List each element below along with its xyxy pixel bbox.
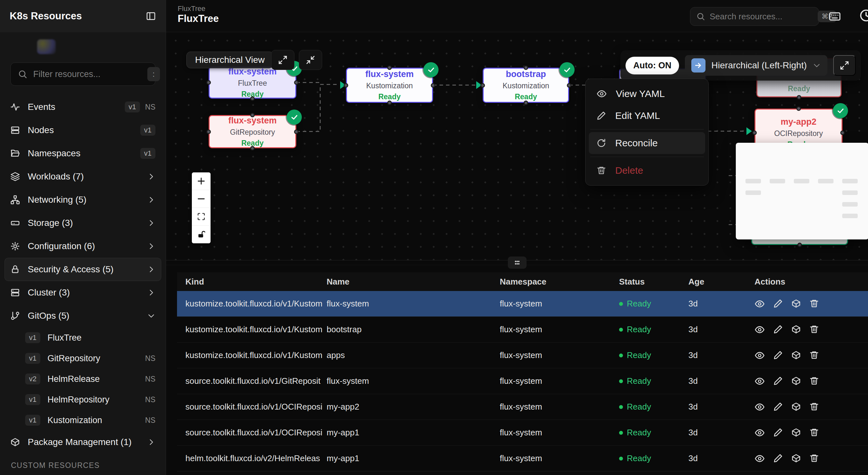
delete-button[interactable] — [809, 350, 819, 360]
table-row[interactable]: kustomize.toolkit.fluxcd.io/v1/Kustom bo… — [177, 317, 868, 343]
node-handle[interactable] — [431, 83, 435, 88]
node-handle[interactable] — [387, 65, 392, 70]
package-action-button[interactable] — [791, 376, 801, 386]
node-handle[interactable] — [344, 83, 348, 88]
delete-button[interactable] — [809, 428, 819, 438]
node-handle[interactable] — [797, 106, 801, 111]
view-yaml-button[interactable] — [754, 376, 765, 386]
package-action-button[interactable] — [791, 402, 801, 412]
zoom-out-button[interactable] — [192, 190, 211, 208]
maximize-graph-button[interactable] — [271, 50, 294, 70]
node-handle[interactable] — [524, 65, 528, 70]
node-handle[interactable] — [797, 243, 802, 247]
node-handle[interactable] — [797, 95, 801, 100]
sidebar-subitem-fluxtree[interactable]: v1 FluxTree — [4, 327, 161, 348]
node-handle[interactable] — [294, 130, 299, 134]
column-namespace[interactable]: Namespace — [500, 277, 619, 287]
context-menu-view-yaml[interactable]: View YAML — [589, 83, 705, 105]
sidebar-item-workloads[interactable]: Workloads (7) — [4, 165, 161, 188]
node-handle[interactable] — [567, 83, 571, 88]
filter-input[interactable] — [33, 69, 147, 79]
node-bootstrap-kustomization[interactable]: bootstrap Kustomization Ready — [483, 68, 569, 103]
node-handle[interactable] — [250, 113, 255, 117]
edit-yaml-button[interactable] — [773, 324, 783, 335]
view-yaml-button[interactable] — [754, 350, 765, 360]
flux-graph-canvas[interactable]: Ready flux-system FluxTree Ready flux-sy… — [166, 32, 868, 260]
context-menu-reconcile[interactable]: Reconcile — [589, 132, 705, 154]
node-flux-system-gitrepository[interactable]: flux-system GitRepository Ready — [209, 115, 296, 148]
edit-yaml-button[interactable] — [773, 350, 783, 360]
package-action-button[interactable] — [791, 299, 801, 309]
table-row[interactable]: kustomize.toolkit.fluxcd.io/v1/Kustom ap… — [177, 343, 868, 368]
package-action-button[interactable] — [791, 324, 801, 335]
sidebar-item-security-access[interactable]: Security & Access (5) — [4, 258, 161, 281]
edit-yaml-button[interactable] — [773, 453, 783, 464]
delete-button[interactable] — [809, 299, 819, 309]
table-row[interactable]: helm.toolkit.fluxcd.io/v2/HelmReleas my-… — [177, 446, 868, 471]
node-handle[interactable] — [250, 96, 255, 101]
sidebar-item-networking[interactable]: Networking (5) — [4, 188, 161, 212]
node-handle[interactable] — [387, 100, 392, 105]
row-actions — [754, 376, 868, 386]
edit-yaml-button[interactable] — [773, 376, 783, 386]
context-menu-delete[interactable]: Delete — [589, 160, 705, 182]
package-action-button[interactable] — [791, 350, 801, 360]
edit-yaml-button[interactable] — [773, 299, 783, 309]
zoom-in-button[interactable] — [192, 172, 211, 190]
table-row[interactable]: source.toolkit.fluxcd.io/v1/OCIReposi my… — [177, 420, 868, 446]
context-menu-edit-yaml[interactable]: Edit YAML — [589, 105, 705, 127]
sidebar-subitem-helmrelease[interactable]: v2 HelmRelease NS — [4, 369, 161, 389]
package-action-button[interactable] — [791, 453, 801, 464]
view-yaml-button[interactable] — [754, 453, 765, 464]
sidebar-item-namespaces[interactable]: Namespaces v1 — [4, 142, 161, 165]
view-yaml-button[interactable] — [754, 324, 765, 335]
table-row[interactable]: source.toolkit.fluxcd.io/v1/OCIReposi my… — [177, 394, 868, 420]
node-handle[interactable] — [840, 130, 845, 135]
sidebar-toggle-button[interactable] — [146, 11, 156, 21]
node-handle[interactable] — [294, 80, 299, 85]
global-search-input[interactable] — [710, 11, 818, 22]
delete-button[interactable] — [809, 324, 819, 335]
sidebar-subitem-gitrepository[interactable]: v1 GitRepository NS — [4, 348, 161, 369]
delete-button[interactable] — [809, 453, 819, 464]
edit-yaml-button[interactable] — [773, 428, 783, 438]
node-handle[interactable] — [752, 130, 757, 135]
edit-yaml-button[interactable] — [773, 402, 783, 412]
delete-button[interactable] — [809, 376, 819, 386]
sidebar-subitem-helmrepository[interactable]: v1 HelmRepository NS — [4, 389, 161, 410]
sidebar-item-storage[interactable]: Storage (3) — [4, 212, 161, 234]
sidebar-item-cluster[interactable]: Cluster (3) — [4, 281, 161, 304]
table-row[interactable]: kustomize.toolkit.fluxcd.io/v1/Kustom fl… — [177, 291, 868, 317]
view-yaml-button[interactable] — [754, 428, 765, 438]
keyboard-shortcuts-icon[interactable] — [829, 10, 841, 23]
sidebar-item-package-management[interactable]: Package Management (1) — [4, 431, 161, 454]
auto-layout-badge[interactable]: Auto: ON — [625, 57, 679, 74]
node-handle[interactable] — [524, 100, 528, 105]
sidebar-subitem-kustomization[interactable]: v1 Kustomization NS — [4, 410, 161, 431]
fullscreen-button[interactable] — [833, 55, 856, 76]
sidebar-item-events[interactable]: Events v1 NS — [4, 95, 161, 119]
node-handle[interactable] — [480, 83, 485, 88]
table-row[interactable]: source.toolkit.fluxcd.io/v1/GitReposit f… — [177, 368, 868, 394]
delete-button[interactable] — [809, 402, 819, 412]
lock-toggle-button[interactable] — [192, 226, 211, 243]
node-handle[interactable] — [206, 80, 211, 85]
node-flux-system-fluxtree[interactable]: flux-system FluxTree Ready — [209, 66, 296, 99]
layout-select-dropdown[interactable]: Hierarchical (Left-Right) — [685, 55, 827, 76]
node-handle[interactable] — [206, 130, 211, 134]
view-yaml-button[interactable] — [754, 299, 765, 309]
package-action-button[interactable] — [791, 428, 801, 438]
node-handle[interactable] — [250, 146, 255, 151]
fit-view-button[interactable] — [192, 208, 211, 226]
column-age[interactable]: Age — [688, 277, 754, 287]
minimize-graph-button[interactable] — [299, 50, 322, 70]
node-flux-system-kustomization[interactable]: flux-system Kustomization Ready — [346, 68, 433, 103]
column-kind[interactable]: Kind — [185, 277, 327, 287]
column-status[interactable]: Status — [619, 277, 688, 287]
sidebar-item-gitops[interactable]: GitOps (5) — [4, 304, 161, 327]
clock-icon[interactable] — [859, 8, 868, 23]
column-name[interactable]: Name — [327, 277, 500, 287]
sidebar-item-configuration[interactable]: Configuration (6) — [4, 234, 161, 258]
sidebar-item-nodes[interactable]: Nodes v1 — [4, 119, 161, 142]
view-yaml-button[interactable] — [754, 402, 765, 412]
